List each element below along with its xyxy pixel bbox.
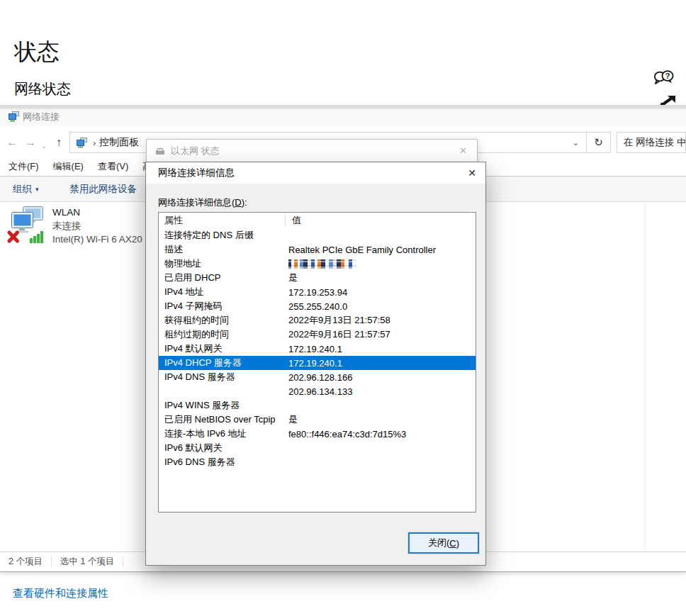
details-row-label: 已启用 NetBIOS over Tcpip bbox=[159, 413, 288, 426]
details-row[interactable]: 物理地址 bbox=[159, 257, 476, 271]
disable-device-button[interactable]: 禁用此网络设备 bbox=[70, 183, 137, 196]
redacted-mac-address bbox=[288, 259, 356, 269]
section-title-network-status: 网络状态 bbox=[14, 79, 71, 99]
details-row-label: 连接-本地 IPv6 地址 bbox=[159, 427, 288, 440]
wlan-connection-item[interactable]: WLAN 未连接 Intel(R) Wi-Fi 6 AX20 bbox=[6, 206, 146, 246]
selected-count: 选中 1 个项目 bbox=[52, 556, 123, 567]
column-header-property[interactable]: 属性 bbox=[159, 214, 288, 227]
details-row-label: 获得租约的时间 bbox=[159, 314, 288, 327]
details-row-label: IPv4 DNS 服务器 bbox=[159, 371, 288, 383]
details-row-value bbox=[288, 259, 476, 269]
organize-button[interactable]: 组织 bbox=[13, 183, 32, 196]
close-icon[interactable]: ✕ bbox=[459, 145, 467, 156]
details-listview: 属性 值 连接特定的 DNS 后缀描述Realtek PCIe GbE Fami… bbox=[158, 212, 476, 513]
close-button[interactable]: 关闭(C) bbox=[408, 532, 479, 554]
menu-view[interactable]: 查看(V) bbox=[98, 160, 128, 173]
details-row-label: IPv6 DNS 服务器 bbox=[159, 456, 288, 469]
wlan-item-text: WLAN 未连接 Intel(R) Wi-Fi 6 AX20 bbox=[52, 206, 146, 246]
details-row-value: 202.96.134.133 bbox=[288, 386, 476, 397]
details-row[interactable]: 租约过期的时间2022年9月16日 21:57:57 bbox=[159, 327, 476, 342]
wlan-adapter-icon bbox=[6, 206, 47, 244]
search-input[interactable]: 在 网络连接 中搜索 bbox=[617, 132, 686, 153]
history-caret-icon[interactable]: ⌄ bbox=[40, 138, 48, 154]
details-row[interactable]: 获得租约的时间2022年9月13日 21:57:58 bbox=[159, 313, 476, 327]
details-row-label: 物理地址 bbox=[159, 257, 288, 270]
menu-edit[interactable]: 编辑(E) bbox=[53, 160, 84, 173]
details-row[interactable]: IPv4 默认网关172.19.240.1 bbox=[159, 342, 476, 356]
ethernet-plug-icon bbox=[155, 147, 165, 155]
details-dialog-title: 网络连接详细信息 bbox=[158, 167, 235, 179]
network-connections-icon bbox=[7, 111, 20, 125]
close-icon[interactable]: ✕ bbox=[468, 167, 476, 179]
refresh-button[interactable]: ↻ bbox=[587, 132, 611, 153]
details-row-label: IPv4 地址 bbox=[159, 286, 288, 298]
details-row[interactable]: 已启用 DHCP是 bbox=[159, 271, 476, 285]
back-button[interactable]: ← bbox=[4, 135, 20, 150]
details-field-label: 网络连接详细信息(D): bbox=[158, 196, 247, 209]
details-row[interactable]: IPv4 DNS 服务器202.96.128.166 bbox=[159, 370, 476, 384]
details-row[interactable]: 202.96.134.133 bbox=[159, 384, 476, 398]
details-row-value: 2022年9月13日 21:57:58 bbox=[288, 314, 476, 327]
breadcrumb-network-icon bbox=[75, 138, 88, 148]
details-row-label: IPv4 默认网关 bbox=[159, 342, 288, 355]
details-row-value: fe80::f446:ea74:c3d:7d15%3 bbox=[288, 429, 476, 439]
wlan-name: WLAN bbox=[52, 206, 146, 219]
details-row[interactable]: IPv6 默认网关 bbox=[159, 441, 476, 455]
wlan-status: 未连接 bbox=[52, 219, 146, 233]
details-row[interactable]: IPv6 DNS 服务器 bbox=[159, 455, 476, 469]
details-dialog-titlebar[interactable]: 网络连接详细信息 ✕ bbox=[146, 162, 485, 184]
details-row-value: Realtek PCIe GbE Family Controller bbox=[288, 245, 476, 255]
breadcrumb-item-control-panel[interactable]: 控制面板 bbox=[99, 136, 139, 149]
details-row[interactable]: IPv4 WINS 服务器 bbox=[159, 398, 476, 413]
view-hardware-properties-link[interactable]: 查看硬件和连接属性 bbox=[13, 587, 108, 600]
details-row[interactable]: 描述Realtek PCIe GbE Family Controller bbox=[159, 242, 476, 257]
details-row-value: 172.19.240.1 bbox=[288, 344, 476, 354]
details-row-value: 202.96.128.166 bbox=[288, 372, 476, 383]
details-row-label: 连接特定的 DNS 后缀 bbox=[159, 229, 288, 242]
svg-text:?: ? bbox=[665, 72, 670, 80]
details-listview-header[interactable]: 属性 值 bbox=[159, 213, 476, 228]
explorer-titlebar[interactable]: 网络连接 bbox=[0, 105, 686, 126]
details-row[interactable]: IPv4 DHCP 服务器172.19.240.1 bbox=[159, 356, 476, 370]
up-button[interactable]: ↑ bbox=[51, 135, 67, 150]
menu-file[interactable]: 文件(F) bbox=[9, 160, 39, 173]
ethernet-dialog-titlebar[interactable]: 以太网 状态 ✕ bbox=[147, 140, 477, 162]
details-row-value: 2022年9月16日 21:57:57 bbox=[288, 328, 476, 341]
ethernet-dialog-title: 以太网 状态 bbox=[171, 145, 220, 157]
help-bubble-icon[interactable]: ? bbox=[653, 69, 675, 91]
details-row[interactable]: 已启用 NetBIOS over Tcpip是 bbox=[159, 413, 476, 427]
screen: 状态 网络状态 ? 诊断并解决网络问题。 查看硬件和连接属性 bbox=[0, 0, 686, 616]
network-details-dialog: 网络连接详细信息 ✕ 网络连接详细信息(D): 属性 值 连接特定的 DNS 后… bbox=[145, 162, 486, 566]
details-row[interactable]: 连接特定的 DNS 后缀 bbox=[159, 228, 476, 242]
details-row-value: 172.19.253.94 bbox=[288, 287, 476, 298]
details-row[interactable]: IPv4 地址172.19.253.94 bbox=[159, 285, 476, 299]
list-view-edge bbox=[645, 203, 646, 552]
details-row[interactable]: IPv4 子网掩码255.255.240.0 bbox=[159, 299, 476, 313]
details-row-value: 172.19.240.1 bbox=[288, 358, 476, 369]
page-title: 状态 bbox=[14, 37, 60, 68]
details-row-label: 租约过期的时间 bbox=[159, 328, 288, 341]
details-row-label: 描述 bbox=[159, 243, 288, 256]
organize-caret-icon: ▾ bbox=[35, 186, 39, 193]
forward-button[interactable]: → bbox=[23, 135, 38, 150]
wlan-adapter-name: Intel(R) Wi-Fi 6 AX20 bbox=[52, 233, 146, 246]
details-row-label: 已启用 DHCP bbox=[159, 271, 288, 284]
explorer-title: 网络连接 bbox=[23, 111, 60, 123]
details-row-label: IPv4 子网掩码 bbox=[159, 300, 288, 313]
items-count: 2 个项目 bbox=[0, 556, 52, 567]
details-row-label: IPv4 WINS 服务器 bbox=[159, 399, 288, 412]
column-divider[interactable] bbox=[285, 214, 286, 227]
address-dropdown-icon[interactable]: ⌄ bbox=[573, 138, 579, 147]
details-row-value: 255.255.240.0 bbox=[288, 301, 476, 312]
details-row[interactable]: 连接-本地 IPv6 地址fe80::f446:ea74:c3d:7d15%3 bbox=[159, 427, 476, 441]
details-row-label: IPv4 DHCP 服务器 bbox=[159, 357, 288, 369]
breadcrumb-chevron-icon: › bbox=[93, 138, 96, 148]
details-row-value: 是 bbox=[288, 413, 476, 426]
details-row-value: 是 bbox=[288, 271, 476, 284]
details-listview-body: 连接特定的 DNS 后缀描述Realtek PCIe GbE Family Co… bbox=[159, 228, 476, 469]
details-row-label: IPv6 默认网关 bbox=[159, 442, 288, 454]
column-header-value[interactable]: 值 bbox=[288, 214, 301, 227]
